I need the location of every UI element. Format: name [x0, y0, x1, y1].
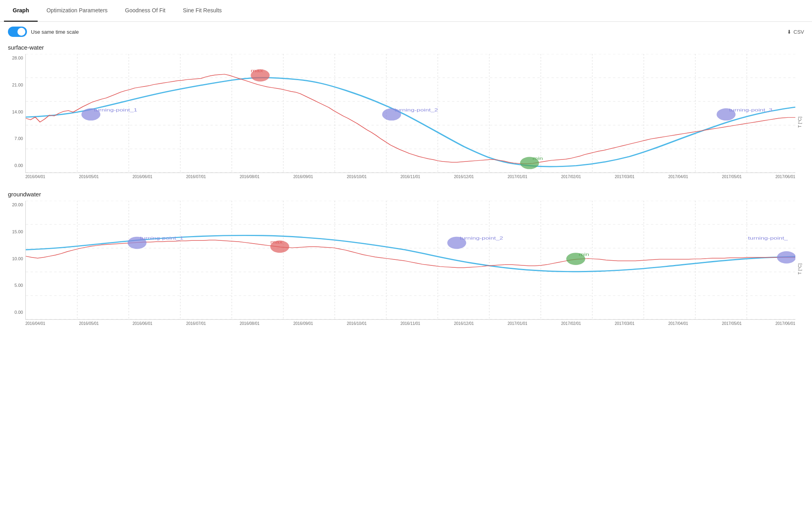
csv-button[interactable]: ⬇ CSV [787, 29, 804, 35]
tab-goodness[interactable]: Goodness Of Fit [116, 0, 174, 22]
tab-optimization[interactable]: Optimization Parameters [38, 0, 116, 22]
groundwater-chart: turning-point_1 turning-point_2 turning-… [25, 201, 795, 326]
groundwater-section: groundwater 20.00 15.00 10.00 5.00 0.00 [0, 187, 812, 334]
app-container: Graph Optimization Parameters Goodness O… [0, 0, 812, 530]
toggle-label: Use same time scale [31, 29, 79, 35]
tab-bar: Graph Optimization Parameters Goodness O… [0, 0, 812, 22]
svg-text:max: max [251, 68, 263, 73]
surface-water-y-label: T [°C] [795, 54, 804, 179]
download-icon: ⬇ [787, 29, 791, 35]
svg-text:turning-point_1: turning-point_1 [140, 236, 183, 240]
svg-text:turning-point_: turning-point_ [748, 236, 788, 240]
surface-water-y-axis: 28.00 21.00 14.00 7.00 0.00 [8, 54, 25, 179]
svg-text:turning-point_2: turning-point_2 [395, 108, 438, 112]
tab-sine[interactable]: Sine Fit Results [174, 0, 230, 22]
groundwater-y-axis: 20.00 15.00 10.00 5.00 0.00 [8, 201, 25, 326]
groundwater-y-label: T [°C] [795, 201, 804, 326]
surface-water-section: surface-water 28.00 21.00 14.00 7.00 0.0… [0, 40, 812, 187]
surface-water-title: surface-water [8, 44, 804, 51]
svg-text:max: max [270, 240, 283, 244]
surface-water-x-labels: 2016/04/01 2016/05/01 2016/06/01 2016/07… [25, 173, 795, 179]
time-scale-toggle[interactable] [8, 27, 27, 37]
surface-water-chart: turning-point_1 turning-point_2 turning-… [25, 54, 795, 179]
svg-text:min: min [532, 156, 543, 161]
tab-graph[interactable]: Graph [4, 0, 38, 22]
svg-text:turning-point_1: turning-point_1 [94, 108, 137, 112]
toolbar: Use same time scale ⬇ CSV [0, 22, 812, 40]
groundwater-x-labels: 2016/04/01 2016/05/01 2016/06/01 2016/07… [25, 320, 795, 326]
csv-label: CSV [793, 29, 804, 35]
svg-point-54 [777, 251, 795, 263]
svg-text:min: min [579, 252, 589, 257]
toggle-row: Use same time scale [8, 27, 79, 37]
svg-text:turning-point_2: turning-point_2 [460, 236, 503, 240]
svg-text:turning-point_3: turning-point_3 [729, 108, 773, 112]
groundwater-title: groundwater [8, 191, 804, 198]
